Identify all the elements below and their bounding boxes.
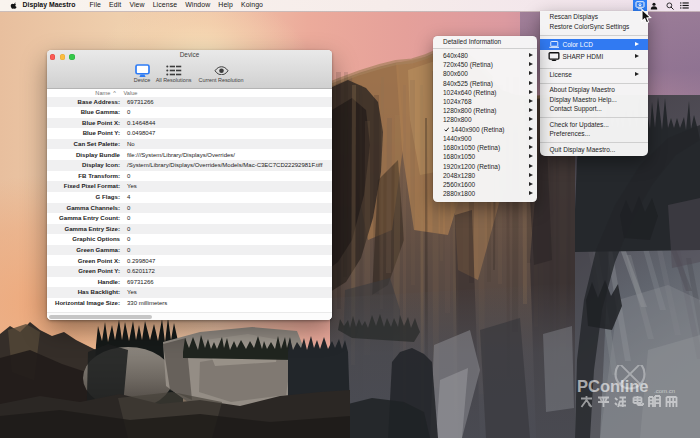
svg-text:.com.cn: .com.cn	[654, 388, 675, 394]
svg-text:PConline: PConline	[577, 377, 649, 395]
